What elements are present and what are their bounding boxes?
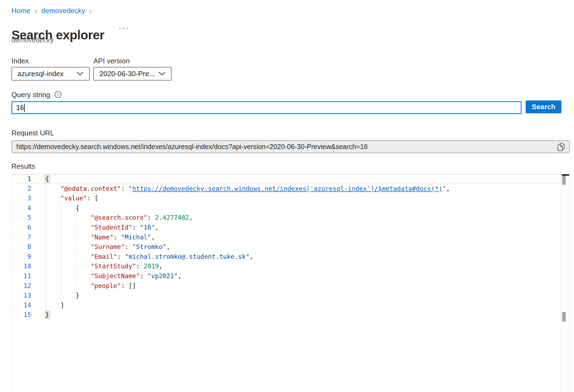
code-text: ]: [45, 301, 64, 310]
chevron-down-icon: [76, 72, 84, 76]
copy-button[interactable]: [556, 142, 566, 152]
results-label: Results: [11, 162, 35, 171]
line-number: 7: [12, 233, 31, 242]
api-version-dropdown-value: 2020-06-30-Pre...: [94, 70, 158, 78]
request-url-bar: https://demovedecky.search.windows.net/i…: [11, 140, 570, 153]
search-button[interactable]: Search: [526, 100, 561, 113]
code-line: 7 "Name": "Michal",: [12, 233, 569, 242]
code-line: 5 "@search.score": 2.4277482,: [12, 213, 569, 223]
code-line: 2 "@odata.context": "https://demovedecky…: [12, 184, 569, 194]
line-number: 10: [12, 262, 31, 271]
code-text: "Name": "Michal",: [45, 233, 155, 242]
results-editor[interactable]: 1{2 "@odata.context": "https://demovedec…: [12, 174, 570, 392]
code-line: 1{: [12, 174, 569, 184]
breadcrumb-link-demovedecky[interactable]: demovedecky: [41, 7, 85, 15]
line-number: 3: [12, 194, 31, 203]
code-line: 3 "value": [: [12, 194, 569, 203]
code-text: "Email": "michal.stromko@.student.tuke.s…: [45, 252, 253, 262]
code-line: 13 }: [12, 291, 569, 301]
code-text: "StudentId": "16",: [45, 223, 159, 233]
code-line: 15}: [12, 310, 569, 320]
code-text: "@search.score": 2.4277482,: [45, 213, 193, 223]
code-line: 11 "SubjectName": "vp2021",: [12, 271, 569, 281]
request-url-value: https://demovedecky.search.windows.net/i…: [12, 143, 556, 151]
index-label: Index: [11, 57, 29, 65]
line-number: 12: [12, 281, 31, 291]
breadcrumb-link-home[interactable]: Home: [11, 7, 30, 15]
line-number: 6: [12, 223, 31, 233]
code-line: 4 {: [12, 203, 569, 213]
breadcrumb: Home › demovedecky ›: [11, 7, 92, 15]
line-number: 14: [12, 301, 31, 310]
code-text: {: [45, 174, 49, 184]
code-text: }: [45, 291, 79, 301]
chevron-right-icon: ›: [90, 6, 92, 16]
results-editor-body: 1{2 "@odata.context": "https://demovedec…: [12, 174, 569, 392]
code-text: "SubjectName": "vp2021",: [45, 271, 182, 281]
line-number: 8: [12, 242, 31, 252]
code-line: 10 "StartStudy": 2019,: [12, 262, 569, 271]
query-string-value: 16: [16, 103, 24, 112]
request-url-label: Request URL: [11, 129, 54, 137]
code-line: 14 ]: [12, 301, 569, 310]
line-number: 13: [12, 291, 31, 301]
line-number: 9: [12, 252, 31, 262]
chevron-down-icon: [158, 72, 165, 76]
line-number: 5: [12, 213, 31, 223]
page-subtitle: demovedecky: [11, 36, 54, 44]
api-version-dropdown[interactable]: 2020-06-30-Pre...: [93, 67, 171, 81]
copy-icon: [557, 142, 565, 152]
line-number: 2: [12, 184, 31, 194]
index-dropdown-value: azuresql-index: [12, 70, 76, 78]
more-menu-button[interactable]: ···: [117, 23, 132, 33]
code-text: {: [45, 203, 79, 213]
code-text: }: [45, 310, 49, 320]
query-string-label: Query string: [11, 91, 50, 99]
line-number: 15: [12, 310, 31, 320]
chevron-right-icon: ›: [35, 6, 37, 16]
line-number: 1: [12, 174, 31, 184]
code-line: 8 "Surname": "Stromko",: [12, 242, 569, 252]
code-line: 9 "Email": "michal.stromko@.student.tuke…: [12, 252, 569, 262]
search-explorer-page: Home › demovedecky › Search explorer ···…: [0, 0, 574, 392]
code-text: "@odata.context": "https://demovedecky.s…: [45, 184, 450, 194]
index-dropdown[interactable]: azuresql-index: [11, 67, 90, 81]
info-icon[interactable]: [55, 91, 61, 98]
code-text: "Surname": "Stromko",: [45, 242, 170, 252]
line-number: 4: [12, 203, 31, 213]
code-text: "value": [: [45, 194, 98, 203]
code-text: "StartStudy": 2019,: [45, 262, 162, 271]
code-line: 12 "people": []: [12, 281, 569, 291]
code-text: "people": []: [45, 281, 136, 291]
line-number: 11: [12, 271, 31, 281]
code-lines: 1{2 "@odata.context": "https://demovedec…: [12, 174, 569, 320]
code-line: 6 "StudentId": "16",: [12, 223, 569, 233]
query-string-input[interactable]: 16: [11, 101, 522, 114]
api-version-label: API version: [93, 57, 130, 65]
text-cursor: [24, 104, 25, 112]
